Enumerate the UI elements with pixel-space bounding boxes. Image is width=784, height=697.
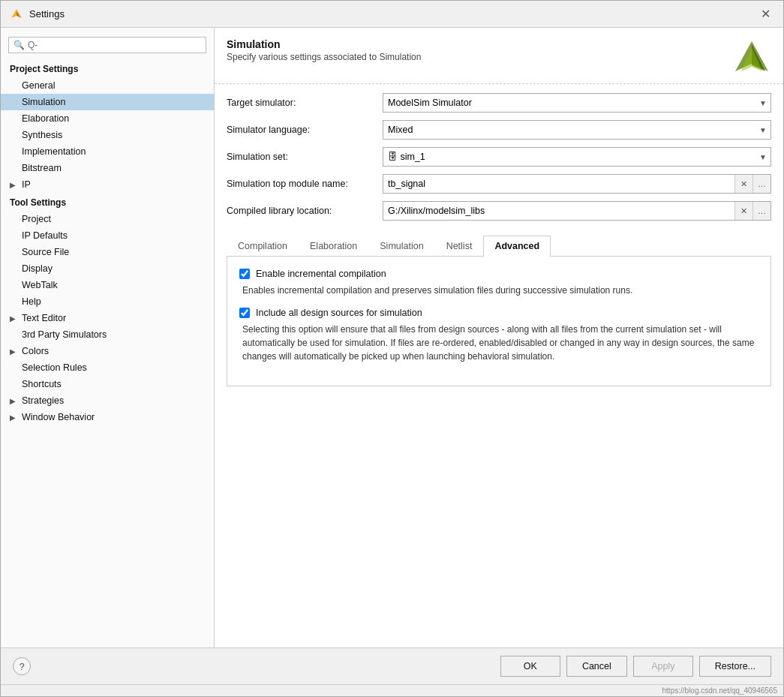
tab-content-advanced: Enable incremental compilation Enables i… bbox=[227, 257, 771, 386]
sidebar-item-ip[interactable]: ▶ IP bbox=[1, 176, 214, 193]
sidebar-item-general[interactable]: General bbox=[1, 77, 214, 94]
sidebar-item-strategies[interactable]: ▶ Strategies bbox=[1, 392, 214, 409]
title-bar: Settings ✕ bbox=[1, 1, 783, 28]
bottom-left: ? bbox=[13, 657, 31, 675]
tabs-section: Compilation Elaboration Simulation Netli… bbox=[227, 236, 771, 386]
bottom-bar: ? OK Cancel Apply Restore... bbox=[1, 647, 783, 684]
include-design-sources-checkbox[interactable] bbox=[239, 308, 250, 318]
bottom-right: OK Cancel Apply Restore... bbox=[500, 656, 771, 677]
checkbox2-label: Include all design sources for simulatio… bbox=[256, 308, 422, 318]
sidebar-item-selection-rules[interactable]: Selection Rules bbox=[1, 359, 214, 376]
simulator-language-row: Simulator language: Mixed ▼ bbox=[227, 120, 771, 140]
simulation-set-label: Simulation set: bbox=[227, 152, 377, 162]
target-simulator-select[interactable]: ModelSim Simulator bbox=[383, 93, 771, 113]
top-module-input[interactable] bbox=[383, 179, 734, 189]
top-module-input-wrap: ✕ … bbox=[383, 174, 771, 194]
project-settings-header: Project Settings bbox=[1, 59, 214, 77]
ip-arrow-icon: ▶ bbox=[10, 181, 16, 189]
checkbox1-label: Enable incremental compilation bbox=[256, 269, 386, 279]
text-editor-arrow-icon: ▶ bbox=[10, 314, 16, 323]
simulator-language-select[interactable]: Mixed bbox=[383, 120, 771, 140]
apply-button[interactable]: Apply bbox=[633, 656, 693, 677]
checkbox2-row: Include all design sources for simulatio… bbox=[239, 308, 758, 318]
simulation-set-row: Simulation set: 🗄 sim_1 ▼ bbox=[227, 147, 771, 167]
simulation-set-select[interactable]: 🗄 sim_1 bbox=[383, 147, 771, 167]
library-location-input[interactable] bbox=[383, 206, 734, 216]
tab-advanced[interactable]: Advanced bbox=[483, 236, 551, 257]
sidebar-item-implementation[interactable]: Implementation bbox=[1, 143, 214, 160]
sidebar-item-elaboration[interactable]: Elaboration bbox=[1, 110, 214, 127]
main-panel: Simulation Specify various settings asso… bbox=[215, 28, 783, 647]
colors-arrow-icon: ▶ bbox=[10, 347, 16, 356]
tabs-bar: Compilation Elaboration Simulation Netli… bbox=[227, 236, 771, 257]
restore-button[interactable]: Restore... bbox=[699, 656, 771, 677]
status-bar: https://blog.csdn.net/qq_40946565 bbox=[1, 684, 783, 696]
status-url: https://blog.csdn.net/qq_40946565 bbox=[662, 686, 777, 695]
sidebar-item-help[interactable]: Help bbox=[1, 293, 214, 310]
panel-title: Simulation bbox=[227, 38, 421, 50]
target-simulator-row: Target simulator: ModelSim Simulator ▼ bbox=[227, 93, 771, 113]
desc2-text: Selecting this option will ensure that a… bbox=[239, 323, 758, 363]
library-location-input-wrap: ✕ … bbox=[383, 201, 771, 221]
window-title: Settings bbox=[29, 8, 65, 20]
target-simulator-wrapper: ModelSim Simulator ▼ bbox=[383, 93, 771, 113]
sidebar-item-shortcuts[interactable]: Shortcuts bbox=[1, 376, 214, 392]
content-area: 🔍 Project Settings General Simulation El… bbox=[1, 28, 783, 647]
sidebar-item-project[interactable]: Project bbox=[1, 211, 214, 227]
settings-window: Settings ✕ 🔍 Project Settings General Si… bbox=[0, 0, 784, 697]
search-input[interactable] bbox=[28, 40, 201, 50]
strategies-arrow-icon: ▶ bbox=[10, 397, 16, 405]
library-location-clear-button[interactable]: ✕ bbox=[734, 202, 752, 220]
form-area: Target simulator: ModelSim Simulator ▼ S… bbox=[215, 84, 783, 230]
sidebar: 🔍 Project Settings General Simulation El… bbox=[1, 28, 215, 647]
simulator-language-wrapper: Mixed ▼ bbox=[383, 120, 771, 140]
panel-subtitle: Specify various settings associated to S… bbox=[227, 52, 421, 62]
target-simulator-label: Target simulator: bbox=[227, 98, 377, 108]
sidebar-item-colors[interactable]: ▶ Colors bbox=[1, 343, 214, 359]
panel-header-text: Simulation Specify various settings asso… bbox=[227, 38, 421, 62]
sidebar-item-synthesis[interactable]: Synthesis bbox=[1, 127, 214, 143]
tab-compilation[interactable]: Compilation bbox=[227, 236, 299, 256]
sidebar-item-simulation[interactable]: Simulation bbox=[1, 94, 214, 110]
window-behavior-arrow-icon: ▶ bbox=[10, 413, 16, 422]
vivado-logo bbox=[732, 38, 771, 77]
top-module-clear-button[interactable]: ✕ bbox=[734, 175, 752, 193]
cancel-button[interactable]: Cancel bbox=[566, 656, 627, 677]
panel-header: Simulation Specify various settings asso… bbox=[215, 28, 783, 84]
sidebar-item-window-behavior[interactable]: ▶ Window Behavior bbox=[1, 409, 214, 425]
library-location-row: Compiled library location: ✕ … bbox=[227, 201, 771, 221]
sidebar-item-ip-defaults[interactable]: IP Defaults bbox=[1, 227, 214, 244]
sidebar-item-text-editor[interactable]: ▶ Text Editor bbox=[1, 310, 214, 326]
sidebar-item-display[interactable]: Display bbox=[1, 260, 214, 277]
library-location-browse-button[interactable]: … bbox=[752, 202, 770, 220]
top-module-row: Simulation top module name: ✕ … bbox=[227, 174, 771, 194]
tab-elaboration[interactable]: Elaboration bbox=[299, 236, 368, 256]
help-button[interactable]: ? bbox=[13, 657, 31, 675]
ok-button[interactable]: OK bbox=[500, 656, 560, 677]
app-icon bbox=[10, 8, 23, 21]
search-box[interactable]: 🔍 bbox=[8, 37, 206, 53]
close-button[interactable]: ✕ bbox=[756, 5, 774, 23]
simulation-set-wrapper: 🗄 sim_1 ▼ bbox=[383, 147, 771, 167]
library-location-label: Compiled library location: bbox=[227, 206, 377, 216]
tab-netlist[interactable]: Netlist bbox=[435, 236, 484, 256]
top-module-browse-button[interactable]: … bbox=[752, 175, 770, 193]
sidebar-item-bitstream[interactable]: Bitstream bbox=[1, 160, 214, 176]
tool-settings-header: Tool Settings bbox=[1, 193, 214, 211]
sidebar-item-webtalk[interactable]: WebTalk bbox=[1, 277, 214, 293]
checkbox1-row: Enable incremental compilation bbox=[239, 269, 758, 279]
search-icon: 🔍 bbox=[14, 40, 25, 50]
title-bar-left: Settings bbox=[10, 8, 65, 21]
tab-simulation[interactable]: Simulation bbox=[368, 236, 434, 256]
top-module-label: Simulation top module name: bbox=[227, 179, 377, 189]
enable-incremental-checkbox[interactable] bbox=[239, 269, 250, 279]
simulator-language-label: Simulator language: bbox=[227, 125, 377, 135]
sidebar-item-source-file[interactable]: Source File bbox=[1, 244, 214, 260]
desc1-text: Enables incremental compilation and pres… bbox=[239, 284, 758, 297]
sidebar-item-3rd-party[interactable]: 3rd Party Simulators bbox=[1, 326, 214, 343]
